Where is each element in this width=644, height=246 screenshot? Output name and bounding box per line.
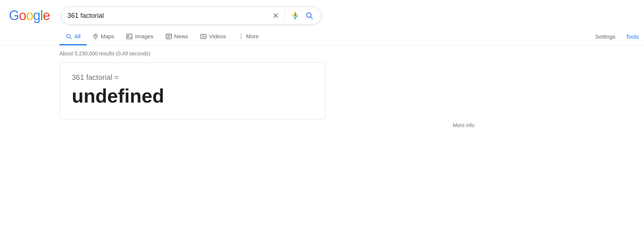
microphone-icon — [291, 10, 299, 21]
clear-button[interactable]: ✕ — [271, 10, 280, 21]
calc-result: undefined — [72, 85, 313, 107]
tab-more-label: More — [246, 33, 259, 39]
svg-point-7 — [95, 35, 96, 36]
results-area: About 5,230,000 results (0.49 seconds) 3… — [0, 45, 335, 119]
search-icon — [305, 12, 313, 20]
logo-e: e — [43, 8, 50, 23]
svg-marker-15 — [203, 35, 205, 38]
videos-icon — [200, 33, 207, 39]
tab-more[interactable]: ⋮ More — [232, 28, 265, 45]
more-info-row: More info — [0, 119, 483, 128]
microphone-button[interactable] — [290, 9, 301, 22]
tab-images[interactable]: Images — [120, 29, 159, 45]
header: Google 361 factorial ✕ — [0, 0, 644, 28]
tab-videos-label: Videos — [209, 33, 226, 39]
tab-news-label: News — [174, 33, 189, 39]
svg-rect-14 — [201, 34, 206, 39]
results-count: About 5,230,000 results (0.49 seconds) — [59, 51, 335, 56]
logo-g: G — [9, 8, 19, 23]
tab-maps[interactable]: Maps — [87, 29, 120, 45]
all-search-icon — [65, 33, 72, 40]
search-input[interactable]: 361 factorial — [67, 12, 268, 20]
news-icon — [165, 33, 172, 39]
logo-g2: g — [33, 8, 40, 23]
search-submit-button[interactable] — [304, 10, 315, 21]
nav-tabs: All Maps Images — [0, 28, 644, 45]
tab-news[interactable]: News — [160, 29, 194, 45]
logo-o2: o — [26, 8, 33, 23]
tab-all[interactable]: All — [59, 29, 87, 45]
svg-point-9 — [128, 35, 129, 36]
svg-rect-0 — [294, 12, 296, 16]
maps-icon — [93, 33, 99, 40]
settings-link[interactable]: Settings — [590, 29, 621, 44]
more-icon: ⋮ — [238, 33, 244, 40]
tab-maps-label: Maps — [101, 33, 115, 39]
search-divider — [285, 11, 285, 20]
calc-expression: 361 factorial = — [72, 73, 313, 82]
more-info-link[interactable]: More info — [453, 122, 474, 128]
svg-line-6 — [70, 37, 71, 39]
calculator-card: 361 factorial = undefined — [59, 62, 326, 119]
search-bar: 361 factorial ✕ — [61, 7, 321, 25]
tab-all-label: All — [74, 33, 81, 39]
search-bar-wrapper: 361 factorial ✕ — [61, 7, 321, 25]
google-logo[interactable]: Google — [9, 8, 50, 23]
tools-link[interactable]: Tools — [621, 29, 644, 44]
tab-images-label: Images — [135, 33, 153, 39]
logo-l: l — [40, 8, 43, 23]
logo-o1: o — [19, 8, 26, 23]
tab-videos[interactable]: Videos — [194, 29, 232, 45]
images-icon — [126, 33, 133, 39]
svg-line-4 — [310, 17, 312, 19]
